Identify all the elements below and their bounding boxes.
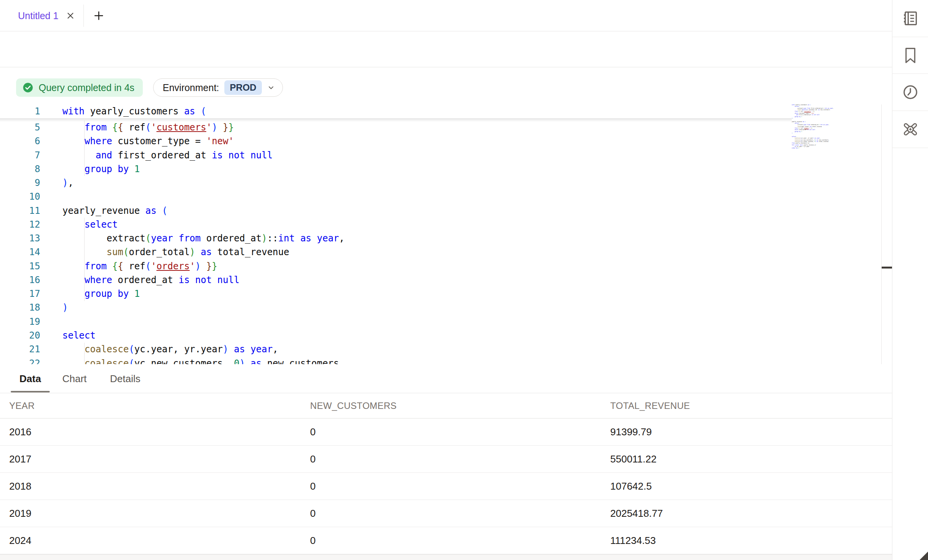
results-tab-bar: Data Chart Details: [0, 364, 892, 393]
overview-ruler: [881, 104, 882, 364]
indent-guide: [84, 343, 85, 364]
table-cell: 107642.5: [610, 473, 652, 500]
new-tab-button[interactable]: [92, 9, 106, 23]
sql-editor[interactable]: Query completed in 4s Environment: PROD …: [0, 67, 892, 364]
active-tab-indicator: [11, 391, 50, 392]
query-status-text: Query completed in 4s: [39, 82, 134, 93]
app-window: Untitled 1 Develop: [0, 0, 928, 560]
chevron-down-icon: [267, 84, 275, 91]
table-cell: 2017: [9, 446, 31, 473]
indent-guide: [84, 120, 85, 176]
tab-label: Untitled 1: [18, 10, 59, 21]
table-row[interactable]: 20240111234.53: [0, 527, 892, 554]
horizontal-scrollbar[interactable]: [0, 554, 892, 560]
table-cell: 2018: [9, 473, 31, 500]
plus-icon: [93, 10, 105, 21]
results-table-header: YEAR NEW_CUSTOMERS TOTAL_REVENUE: [0, 393, 892, 418]
table-cell: 0: [310, 500, 315, 527]
sidebar-notebook-button[interactable]: [892, 0, 928, 37]
check-circle-icon: [22, 82, 34, 93]
table-row[interactable]: 201902025418.77: [0, 500, 892, 527]
table-cell: 2019: [9, 500, 31, 527]
table-cell: 2016: [9, 418, 31, 446]
tab-data[interactable]: Data: [11, 364, 50, 393]
table-cell: 111234.53: [610, 527, 656, 554]
overview-ruler-cursor-marker: [882, 267, 892, 269]
table-cell: 91399.79: [610, 418, 652, 446]
table-cell: 0: [310, 418, 315, 446]
right-sidebar: [892, 0, 928, 560]
results-table-body: 2016091399.7920170550011.2220180107642.5…: [0, 418, 892, 554]
tab-chart[interactable]: Chart: [52, 364, 97, 393]
table-cell: 0: [310, 527, 315, 554]
notebook-icon: [902, 10, 919, 27]
tab-data-label: Data: [20, 373, 41, 385]
table-row[interactable]: 20180107642.5: [0, 473, 892, 500]
table-cell: 0: [310, 473, 315, 500]
table-cell: 550011.22: [610, 446, 657, 473]
dbt-canvas-icon: [901, 120, 920, 138]
table-cell: 2025418.77: [610, 500, 663, 527]
code-lines[interactable]: 5 from {{ ref('customers') }}6 where cus…: [0, 120, 792, 364]
toolbar: Develop Run: [0, 31, 892, 67]
column-header-new-customers[interactable]: NEW_CUSTOMERS: [310, 393, 397, 418]
tab-details[interactable]: Details: [99, 364, 151, 393]
sidebar-history-button[interactable]: [892, 74, 928, 111]
environment-value-chip: PROD: [224, 80, 261, 95]
bookmark-icon: [902, 47, 918, 64]
table-cell: 0: [310, 446, 315, 473]
column-header-year[interactable]: YEAR: [9, 393, 35, 418]
table-row[interactable]: 2016091399.79: [0, 418, 892, 446]
minimap[interactable]: with yearly_customers as ( select extrac…: [792, 104, 840, 150]
history-icon: [902, 83, 919, 101]
tab-details-label: Details: [110, 373, 140, 385]
sticky-scroll-shadow: [0, 118, 792, 122]
close-icon[interactable]: [65, 11, 75, 21]
table-row[interactable]: 20170550011.22: [0, 446, 892, 473]
column-header-total-revenue[interactable]: TOTAL_REVENUE: [610, 393, 690, 418]
sticky-scroll-line: 1with yearly_customers as (: [0, 104, 792, 119]
tab-untitled-1[interactable]: Untitled 1: [0, 0, 85, 31]
tab-chart-label: Chart: [62, 373, 87, 385]
sidebar-canvas-button[interactable]: [892, 111, 928, 148]
tab-divider: [83, 5, 84, 27]
resize-corner-handle[interactable]: [920, 552, 928, 560]
indent-guide: [84, 218, 85, 301]
table-cell: 2024: [9, 527, 31, 554]
sidebar-bookmarks-button[interactable]: [892, 37, 928, 73]
editor-tab-bar: Untitled 1: [0, 0, 892, 31]
query-status-badge: Query completed in 4s: [16, 78, 143, 97]
environment-selector[interactable]: Environment: PROD: [153, 78, 283, 97]
environment-label: Environment:: [163, 82, 219, 93]
